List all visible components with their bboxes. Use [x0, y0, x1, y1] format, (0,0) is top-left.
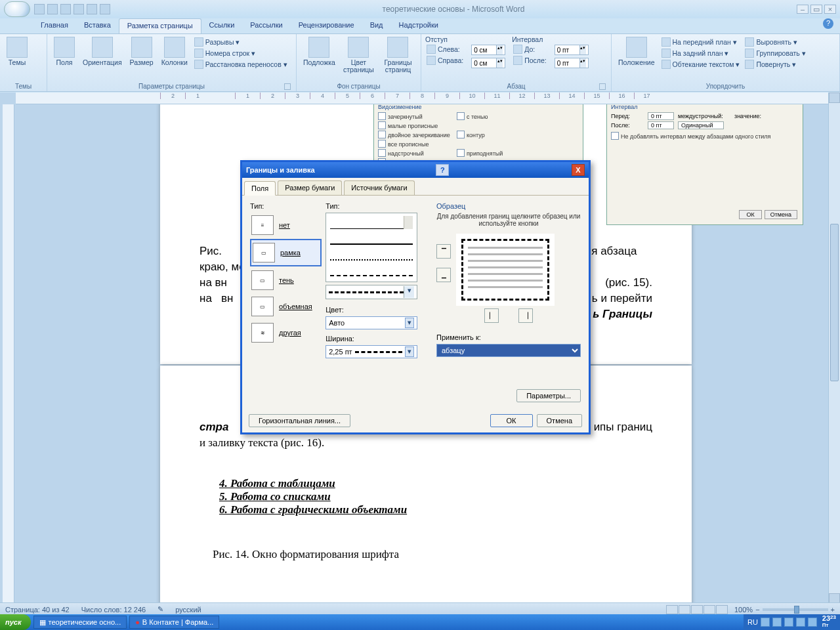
- view-draft-icon[interactable]: [716, 605, 728, 614]
- indent-left-input[interactable]: 0 см▴▾: [471, 45, 505, 55]
- zoom-out-button[interactable]: −: [755, 606, 759, 614]
- ok-button[interactable]: ОК: [490, 414, 533, 427]
- help-icon[interactable]: ?: [823, 18, 833, 29]
- zoom-slider[interactable]: [763, 608, 828, 611]
- parameters-button[interactable]: Параметры...: [516, 389, 581, 402]
- columns-button[interactable]: Колонки: [159, 35, 190, 68]
- align-button[interactable]: Выровнять ▾: [744, 37, 807, 47]
- office-button[interactable]: [4, 1, 30, 17]
- vertical-scrollbar[interactable]: [828, 93, 840, 604]
- status-page[interactable]: Страница: 40 из 42: [5, 606, 70, 614]
- group-button[interactable]: Группировать ▾: [744, 48, 807, 58]
- width-combo[interactable]: 2,25 пт▾: [326, 345, 417, 358]
- border-type-shadow[interactable]: ▭тень: [250, 268, 322, 293]
- scroll-thumb[interactable]: [830, 224, 839, 381]
- qat-undo-icon[interactable]: [47, 4, 58, 14]
- border-type-3d[interactable]: ▭объемная: [250, 294, 322, 319]
- text-wrap-button[interactable]: Обтекание текстом ▾: [660, 59, 742, 70]
- margins-button[interactable]: Поля: [51, 35, 77, 68]
- bring-front-button[interactable]: На передний план ▾: [660, 37, 742, 47]
- border-type-box[interactable]: ▭рамка: [250, 239, 322, 266]
- spellcheck-icon[interactable]: ✎: [158, 605, 163, 614]
- view-web-layout-icon[interactable]: [691, 605, 703, 614]
- themes-button[interactable]: Темы: [4, 35, 30, 68]
- cancel-button[interactable]: Отмена: [537, 414, 582, 427]
- breaks-button[interactable]: Разрывы ▾: [193, 37, 289, 47]
- indent-right-row: Справа:: [425, 55, 465, 66]
- border-left-toggle[interactable]: ▏: [484, 308, 499, 323]
- tab-insert[interactable]: Вставка: [76, 18, 119, 33]
- border-preview[interactable]: [456, 234, 555, 306]
- border-type-custom[interactable]: ≋другая: [250, 320, 322, 345]
- orientation-button[interactable]: Ориентация: [80, 35, 125, 68]
- custom-icon: ≋: [251, 323, 274, 343]
- tab-addins[interactable]: Надстройки: [391, 18, 446, 33]
- tab-mailings[interactable]: Рассылки: [242, 18, 290, 33]
- tray-lang[interactable]: RU: [747, 618, 758, 626]
- tab-page-layout[interactable]: Разметка страницы: [119, 18, 201, 33]
- border-top-toggle[interactable]: ▔: [436, 244, 451, 259]
- close-button[interactable]: ×: [824, 5, 836, 14]
- tab-home[interactable]: Главная: [33, 18, 76, 33]
- minimize-button[interactable]: –: [797, 5, 808, 14]
- style-scrollbar[interactable]: [404, 216, 413, 229]
- tray-icon[interactable]: [796, 618, 805, 627]
- line-numbers-icon: [194, 49, 203, 58]
- dialog-close-button[interactable]: X: [572, 164, 585, 176]
- scroll-up-icon[interactable]: [829, 93, 840, 103]
- taskbar-item-browser[interactable]: ●В Контакте | Фарма...: [129, 616, 219, 629]
- tray-icon[interactable]: [784, 618, 793, 627]
- watermark-button[interactable]: Подложка: [301, 35, 338, 68]
- line-style-selected[interactable]: ▾: [326, 285, 417, 299]
- maximize-button[interactable]: ▭: [810, 5, 822, 14]
- horizontal-line-button[interactable]: Горизонтальная линия...: [249, 414, 350, 427]
- horizontal-ruler[interactable]: 211234567891011121314151617: [16, 93, 840, 104]
- view-outline-icon[interactable]: [704, 605, 715, 614]
- qat-save-icon[interactable]: [34, 4, 45, 14]
- taskbar-clock[interactable]: 2323Пт: [822, 614, 836, 630]
- page-borders-button[interactable]: Границы страниц: [379, 35, 417, 75]
- status-words[interactable]: Число слов: 12 246: [81, 606, 146, 614]
- qat-preview-icon[interactable]: [87, 4, 97, 14]
- size-button[interactable]: Размер: [127, 35, 156, 68]
- send-back-button[interactable]: На задний план ▾: [660, 48, 742, 58]
- qat-more-icon[interactable]: [100, 4, 110, 14]
- tab-references[interactable]: Ссылки: [201, 18, 243, 33]
- tray-icon[interactable]: [761, 618, 770, 627]
- paragraph-launcher[interactable]: [599, 83, 606, 90]
- border-bottom-toggle[interactable]: ▁: [436, 268, 451, 282]
- qat-print-icon[interactable]: [74, 4, 84, 14]
- tray-icon[interactable]: [772, 618, 782, 627]
- dialog-tab-paper-size[interactable]: Размер бумаги: [278, 180, 342, 195]
- zoom-in-button[interactable]: +: [831, 606, 835, 614]
- dialog-titlebar[interactable]: Границы и заливка ? X: [242, 162, 589, 178]
- dialog-tab-fields[interactable]: Поля: [244, 181, 276, 196]
- border-right-toggle[interactable]: ▕: [518, 308, 533, 323]
- view-full-screen-icon[interactable]: [679, 605, 690, 614]
- qat-redo-icon[interactable]: [60, 4, 71, 14]
- page-color-button[interactable]: Цвет страницы: [341, 35, 377, 75]
- page-setup-launcher[interactable]: [284, 83, 291, 90]
- status-language[interactable]: русский: [175, 606, 201, 614]
- position-button[interactable]: Положение: [616, 35, 658, 68]
- tray-icon[interactable]: [808, 618, 817, 627]
- dialog-help-icon[interactable]: ?: [436, 164, 449, 176]
- tab-review[interactable]: Рецензирование: [291, 18, 362, 33]
- tab-view[interactable]: Вид: [362, 18, 391, 33]
- indent-right-input[interactable]: 0 см▴▾: [471, 58, 505, 68]
- line-numbers-button[interactable]: Номера строк ▾: [193, 48, 289, 58]
- vertical-ruler[interactable]: [3, 104, 14, 604]
- zoom-level[interactable]: 100%: [734, 606, 753, 614]
- line-style-list[interactable]: [326, 213, 417, 282]
- dialog-tab-paper-source[interactable]: Источник бумаги: [344, 180, 414, 195]
- start-button[interactable]: пуск: [0, 614, 31, 630]
- hyphenation-button[interactable]: Расстановка переносов ▾: [193, 59, 289, 70]
- taskbar-item-word[interactable]: ▦теоретические осно...: [33, 616, 127, 629]
- rotate-button[interactable]: Повернуть ▾: [744, 59, 807, 70]
- border-type-none[interactable]: ≡нет: [250, 213, 322, 238]
- spacing-after-input[interactable]: 0 пт▴▾: [555, 58, 589, 68]
- color-combo[interactable]: Авто▾: [326, 316, 417, 329]
- spacing-before-input[interactable]: 0 пт▴▾: [555, 45, 589, 55]
- apply-to-select[interactable]: абзацу: [436, 344, 581, 357]
- view-print-layout-icon[interactable]: [666, 605, 678, 614]
